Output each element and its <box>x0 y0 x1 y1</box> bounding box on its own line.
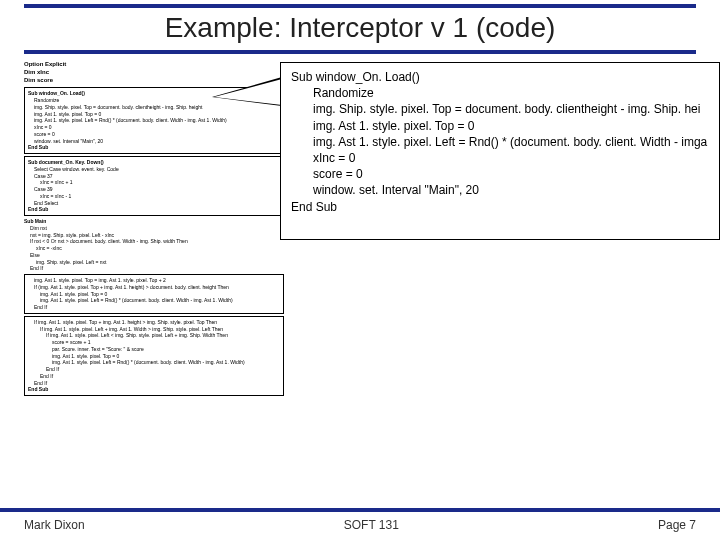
footer-page: Page 7 <box>658 518 696 532</box>
slide-title: Example: Interceptor v 1 (code) <box>0 8 720 46</box>
footer: Mark Dixon SOFT 131 Page 7 <box>0 508 720 540</box>
zoom-callout: Sub window_On. Load() Randomize img. Shi… <box>280 56 720 256</box>
callout-pointer-icon <box>212 77 282 106</box>
code-thumbnail: Option Explicit Dim xInc Dim score Sub w… <box>24 60 284 398</box>
box-keydown: Sub document_On. Key. Down() Select Case… <box>24 156 284 216</box>
footer-course: SOFT 131 <box>344 518 399 532</box>
box-main-ast: img. Ast 1. style. pixel. Top = img. Ast… <box>24 274 284 314</box>
zoom-code: Sub window_On. Load() Randomize img. Shi… <box>280 62 720 240</box>
footer-author: Mark Dixon <box>24 518 85 532</box>
box-main-hit: If img. Ast 1. style. pixel. Top + img. … <box>24 316 284 396</box>
